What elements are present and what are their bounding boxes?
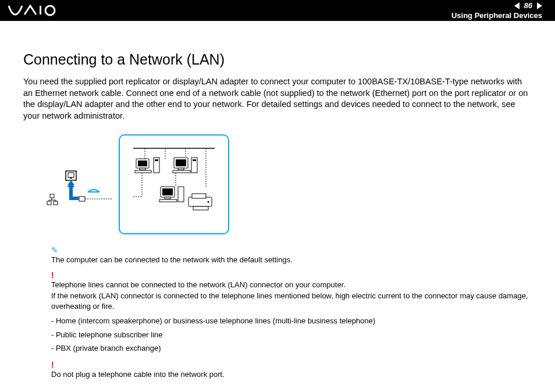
top-bar: 86 Using Peripheral Devices	[0, 0, 555, 21]
vaio-logo	[8, 4, 64, 17]
page-title: Connecting to a Network (LAN)	[23, 51, 532, 68]
telephone-line-list: - Home (intercom speakerphone) or busine…	[51, 316, 532, 354]
svg-rect-37	[162, 188, 173, 195]
section-title: Using Peripheral Devices	[451, 11, 542, 20]
svg-rect-43	[193, 206, 208, 210]
svg-rect-39	[159, 199, 177, 202]
svg-rect-13	[69, 197, 79, 200]
svg-rect-25	[138, 161, 147, 166]
page-number: 86	[524, 1, 532, 10]
svg-point-1	[45, 6, 55, 15]
pen-note-text: The computer can be connected to the net…	[51, 255, 532, 265]
svg-rect-4	[54, 201, 58, 205]
svg-rect-10	[68, 173, 74, 177]
warning1-line2: If the network (LAN) connector is connec…	[51, 291, 532, 311]
svg-rect-3	[47, 201, 51, 205]
svg-point-44	[208, 201, 209, 203]
svg-rect-35	[193, 159, 196, 161]
adapter-connector-graphic	[44, 158, 114, 211]
svg-rect-14	[79, 197, 85, 201]
vaio-logo-svg	[8, 4, 64, 17]
lan-network-frame	[119, 134, 229, 234]
svg-rect-27	[135, 170, 151, 173]
list-item: - Public telephone subscriber line	[51, 330, 532, 340]
svg-rect-38	[165, 197, 170, 199]
nav-next-icon[interactable]	[537, 2, 542, 9]
network-diagram	[44, 134, 532, 234]
svg-rect-26	[140, 168, 145, 170]
svg-rect-11	[70, 177, 72, 179]
svg-rect-31	[176, 159, 186, 166]
warning2-text: Do not plug a telephone cable into the n…	[51, 369, 532, 380]
svg-rect-32	[178, 168, 184, 170]
list-item: - Home (intercom speakerphone) or busine…	[51, 316, 532, 326]
list-item: - PBX (private branch exchange)	[51, 343, 532, 354]
svg-rect-42	[192, 194, 206, 198]
svg-rect-2	[50, 194, 54, 198]
warning1-line1: Telephone lines cannot be connected to t…	[51, 280, 532, 290]
nav-prev-icon[interactable]	[514, 2, 520, 9]
topbar-right: 86 Using Peripheral Devices	[451, 1, 542, 20]
svg-rect-33	[173, 170, 190, 173]
svg-rect-0	[40, 6, 41, 15]
svg-rect-40	[178, 187, 184, 202]
notes-block: ✎ The computer can be connected to the n…	[51, 245, 532, 379]
intro-paragraph: You need the supplied port replicator or…	[23, 76, 532, 122]
svg-rect-29	[155, 159, 158, 161]
page-content: Connecting to a Network (LAN) You need t…	[0, 21, 555, 379]
